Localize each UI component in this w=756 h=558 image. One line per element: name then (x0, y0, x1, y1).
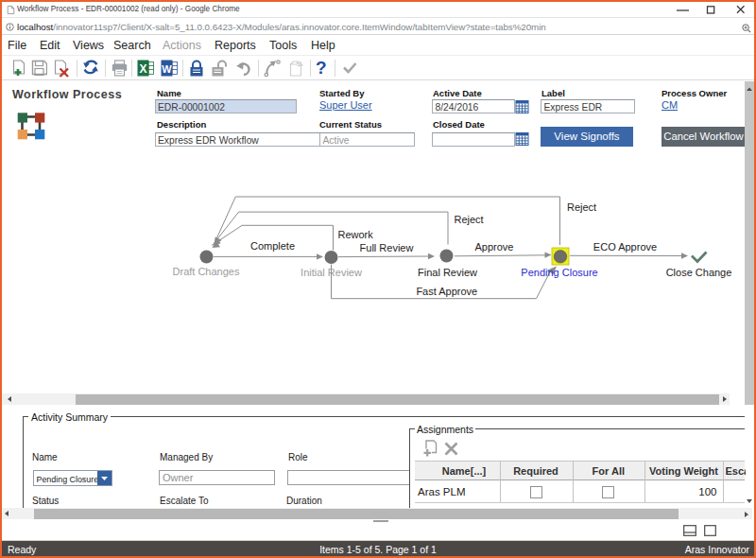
svg-text:Final Review: Final Review (418, 267, 477, 278)
svg-text:Pending Closure: Pending Closure (521, 267, 597, 278)
svg-text:Initial Review: Initial Review (301, 267, 362, 278)
svg-text:Rework: Rework (338, 229, 374, 240)
svg-text:Draft Changes: Draft Changes (173, 266, 240, 277)
svg-text:Approve: Approve (475, 241, 514, 253)
svg-text:ECO Approve: ECO Approve (593, 241, 657, 253)
svg-text:Fast Approve: Fast Approve (416, 286, 477, 297)
svg-text:Reject: Reject (567, 201, 596, 213)
svg-text:Close Change: Close Change (666, 267, 732, 278)
svg-text:W: W (162, 63, 172, 75)
svg-text:Full Review: Full Review (360, 242, 414, 253)
svg-text:Reject: Reject (455, 214, 484, 225)
svg-text:Complete: Complete (250, 240, 295, 252)
svg-text:X: X (139, 62, 146, 76)
